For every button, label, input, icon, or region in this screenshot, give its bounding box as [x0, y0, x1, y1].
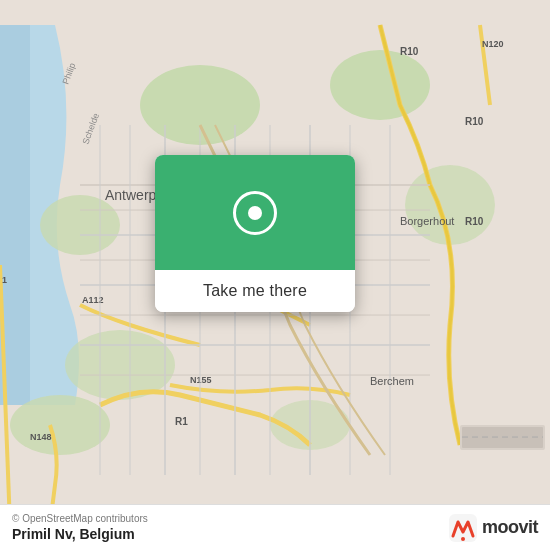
svg-text:R10: R10 — [465, 116, 484, 127]
location-country-text: Belgium — [79, 526, 134, 542]
svg-text:N120: N120 — [482, 39, 504, 49]
copyright-text: © OpenStreetMap contributors — [12, 513, 148, 524]
svg-text:R10: R10 — [465, 216, 484, 227]
svg-point-4 — [40, 195, 120, 255]
moovit-text: moovit — [482, 517, 538, 538]
location-card: Take me there — [155, 155, 355, 312]
map-container: R10 N120 R10 R10 N11 A112 N155 R1 N148 1 — [0, 0, 550, 550]
pin-circle — [233, 191, 277, 235]
svg-point-6 — [10, 395, 110, 455]
moovit-icon — [449, 514, 477, 542]
svg-point-2 — [330, 50, 430, 120]
location-pin — [233, 191, 277, 235]
svg-text:1: 1 — [2, 275, 7, 285]
svg-text:Borgerhout: Borgerhout — [400, 215, 454, 227]
svg-point-3 — [405, 165, 495, 245]
moovit-logo: moovit — [449, 514, 538, 542]
svg-text:Berchem: Berchem — [370, 375, 414, 387]
bottom-bar: © OpenStreetMap contributors Primil Nv, … — [0, 504, 550, 550]
svg-text:Antwerp: Antwerp — [105, 187, 157, 203]
location-name: Primil Nv, Belgium — [12, 526, 148, 542]
bottom-left-info: © OpenStreetMap contributors Primil Nv, … — [12, 513, 148, 542]
take-me-there-button[interactable]: Take me there — [155, 270, 355, 312]
pin-dot — [248, 206, 262, 220]
svg-text:N155: N155 — [190, 375, 212, 385]
svg-text:R1: R1 — [175, 416, 188, 427]
card-map-area — [155, 155, 355, 270]
svg-point-44 — [461, 537, 465, 541]
svg-text:R10: R10 — [400, 46, 419, 57]
svg-text:N148: N148 — [30, 432, 52, 442]
location-name-text: Primil Nv — [12, 526, 72, 542]
